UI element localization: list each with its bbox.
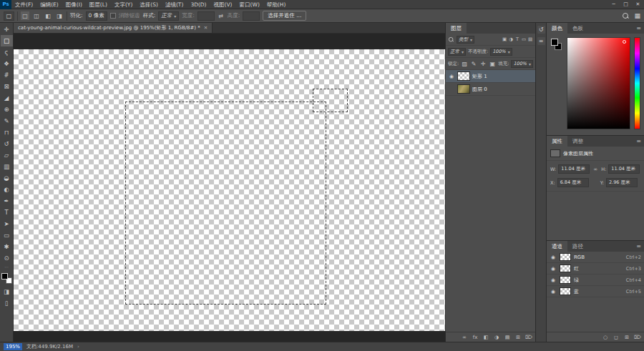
healing-brush-tool[interactable]: ⊕ [1, 104, 13, 115]
add-to-selection-icon[interactable]: ◫ [32, 11, 41, 20]
info-panel-icon[interactable]: ≡ [537, 37, 545, 45]
swap-dimensions-icon[interactable]: ⇄ [218, 13, 225, 19]
filter-shape-layers-icon[interactable]: ▭ [521, 36, 527, 42]
screen-mode-button[interactable]: ▯ [1, 297, 13, 309]
blend-mode-select[interactable]: 正常 [448, 48, 466, 56]
layer-effects-icon[interactable]: fx [472, 335, 479, 340]
menu-type[interactable]: 文字(Y) [111, 0, 136, 9]
tab-properties[interactable]: 属性 [547, 136, 567, 147]
opacity-select[interactable]: 100% [490, 48, 512, 56]
crop-tool[interactable]: # [1, 69, 13, 81]
new-selection-icon[interactable]: □ [21, 11, 29, 20]
select-and-mask-button[interactable]: 选择并遮住 ... [263, 11, 306, 21]
antialias-checkbox[interactable] [110, 13, 116, 19]
adjustment-layer-icon[interactable]: ◑ [493, 335, 500, 340]
channel-row-red[interactable]: ◉ 红 Ctrl+3 [547, 263, 644, 275]
rectangle-tool[interactable]: ▭ [1, 229, 13, 241]
current-tool-icon[interactable]: □ [4, 11, 14, 21]
channel-row-blue[interactable]: ◉ 蓝 Ctrl+5 [547, 286, 644, 297]
channel-visibility-eye-icon[interactable]: ◉ [550, 254, 557, 260]
height-property-input[interactable]: 11.04 厘米 [608, 164, 640, 174]
layer-thumbnail[interactable] [457, 71, 470, 81]
panel-menu-icon[interactable]: ≡ [633, 136, 644, 147]
menu-image[interactable]: 图像(I) [62, 0, 86, 9]
panel-menu-icon[interactable]: ≡ [633, 23, 644, 34]
layer-name[interactable]: 图层 0 [472, 86, 487, 93]
layer-row-rectangle-1[interactable]: ◉ 矩形 1 [446, 70, 535, 83]
width-input[interactable] [197, 11, 215, 21]
pen-tool[interactable]: ✒ [1, 195, 13, 207]
save-selection-as-channel-icon[interactable]: ◻ [613, 335, 620, 340]
color-panel-fg-bg-swatches[interactable] [550, 37, 563, 129]
layer-visibility-eye-icon[interactable]: ◉ [448, 74, 455, 79]
saturation-brightness-picker[interactable] [567, 37, 630, 129]
height-input[interactable] [243, 11, 260, 21]
style-select[interactable]: 正常 [158, 11, 179, 21]
lasso-tool[interactable]: ς [1, 46, 13, 58]
menu-filter[interactable]: 滤镜(T) [162, 0, 187, 9]
layer-thumbnail[interactable] [457, 84, 470, 94]
document-canvas[interactable] [14, 49, 445, 331]
menu-view[interactable]: 视图(V) [210, 0, 236, 9]
delete-channel-icon[interactable]: ⌦ [634, 335, 641, 340]
minimize-icon[interactable]: ─ [608, 0, 620, 9]
channel-row-green[interactable]: ◉ 绿 Ctrl+4 [547, 275, 644, 286]
channel-visibility-eye-icon[interactable]: ◉ [550, 277, 557, 283]
layer-row-layer-0[interactable]: 图层 0 [446, 83, 535, 96]
edit-toolbar-icon[interactable]: ··· [1, 264, 13, 271]
frame-tool[interactable]: ⊠ [1, 81, 13, 92]
channel-row-rgb[interactable]: ◉ RGB Ctrl+2 [547, 252, 644, 263]
eraser-tool[interactable]: ▱ [1, 149, 13, 161]
intersect-selection-icon[interactable]: ◨ [55, 11, 64, 20]
lock-image-pixels-icon[interactable]: ✎ [470, 61, 477, 67]
link-layers-icon[interactable]: ∞ [461, 335, 468, 340]
menu-3d[interactable]: 3D(D) [187, 0, 210, 9]
menu-window[interactable]: 窗口(W) [236, 0, 263, 9]
menu-file[interactable]: 文件(F) [11, 0, 36, 9]
blur-tool[interactable]: ◒ [1, 172, 13, 184]
tab-adjustments[interactable]: 调整 [567, 136, 588, 147]
filter-smart-objects-icon[interactable]: ▤ [527, 36, 533, 42]
document-tab[interactable]: cat-young-animal-curious-wildcat-preview… [14, 23, 213, 33]
x-property-input[interactable]: 6.84 厘米 [557, 178, 589, 187]
new-layer-icon[interactable]: ⊞ [514, 335, 522, 340]
close-icon[interactable]: ✕ [632, 0, 644, 9]
hand-tool[interactable]: ✱ [1, 241, 13, 252]
lock-all-icon[interactable]: ▣ [489, 61, 496, 67]
brush-tool[interactable]: ✎ [1, 115, 13, 127]
tab-paths[interactable]: 路径 [567, 241, 588, 252]
channel-visibility-eye-icon[interactable]: ◉ [550, 289, 557, 295]
channel-visibility-eye-icon[interactable]: ◉ [550, 266, 557, 272]
zoom-tool[interactable]: ⊙ [1, 252, 13, 264]
foreground-color-swatch[interactable] [1, 273, 8, 280]
layer-filter-type-select[interactable]: 类型 [457, 36, 474, 44]
type-tool[interactable]: T [1, 207, 13, 218]
menu-layer[interactable]: 图层(L) [86, 0, 111, 9]
panel-menu-icon[interactable]: ≡ [633, 241, 644, 252]
foreground-color-swatch[interactable] [551, 39, 558, 46]
quick-selection-tool[interactable]: ❖ [1, 58, 13, 69]
search-icon[interactable] [623, 13, 629, 19]
zoom-level-input[interactable]: 195% [4, 343, 22, 350]
tab-color[interactable]: 颜色 [547, 23, 567, 34]
layer-name[interactable]: 矩形 1 [472, 73, 487, 80]
lock-transparent-pixels-icon[interactable]: ▨ [461, 61, 468, 67]
menu-help[interactable]: 帮助(H) [263, 0, 290, 9]
add-layer-mask-icon[interactable]: ◧ [482, 335, 489, 340]
layer-search-icon[interactable] [449, 36, 454, 41]
status-options-chevron-icon[interactable]: › [77, 344, 79, 350]
menu-edit[interactable]: 编辑(E) [36, 0, 62, 9]
gradient-tool[interactable]: ▥ [1, 161, 13, 172]
link-dimensions-icon[interactable]: ∞ [592, 167, 599, 172]
foreground-background-color-control[interactable] [1, 273, 12, 284]
y-property-input[interactable]: 2.96 厘米 [606, 178, 638, 187]
tab-swatches[interactable]: 色板 [567, 23, 588, 34]
filter-adjustment-layers-icon[interactable]: ◑ [508, 36, 514, 42]
history-brush-tool[interactable]: ↺ [1, 138, 13, 149]
hue-slider[interactable] [634, 37, 640, 129]
history-panel-icon[interactable]: ↺ [537, 26, 545, 34]
quick-mask-mode-button[interactable]: ◨ [1, 286, 13, 297]
tab-channels[interactable]: 通道 [547, 241, 567, 252]
new-group-icon[interactable]: ▤ [504, 335, 511, 340]
filter-pixel-layers-icon[interactable]: ▣ [502, 36, 507, 42]
